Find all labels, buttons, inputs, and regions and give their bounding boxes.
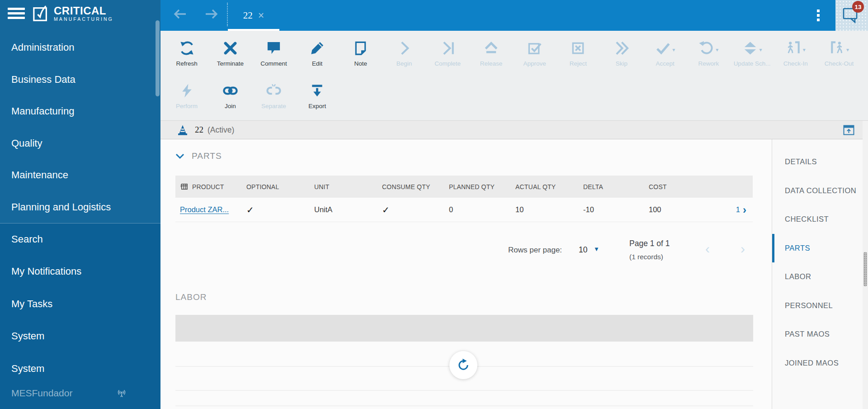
check-icon: ✓ [246, 205, 254, 215]
column-header-planned-qty[interactable]: PLANNED QTY [449, 183, 515, 190]
tab-joined-maos[interactable]: JOINED MAOS [772, 349, 863, 378]
tab-details[interactable]: DETAILS [772, 147, 863, 176]
forward-arrow-icon[interactable] [204, 9, 219, 20]
column-header-cost[interactable]: COST [649, 183, 721, 190]
parts-pagination: Rows per page: 10 ▼ Page 1 of 1 (1 recor… [175, 237, 753, 269]
row-detail-pager[interactable]: 1 › [721, 205, 753, 214]
tab-22[interactable]: 22 × [228, 0, 279, 31]
parts-section-header: PARTS [175, 151, 222, 161]
toolbar-button-separate[interactable]: ▾ Separate [252, 80, 295, 109]
check-out-icon [829, 40, 845, 56]
toolbar-button-update-schedule[interactable]: ▾ Update Sch... [730, 37, 774, 67]
column-header-unit[interactable]: UNIT [314, 183, 382, 190]
toolbar-button-export[interactable]: ▾ Export [296, 80, 339, 109]
sidebar-secondary-menu: SearchMy NotificationsMy TasksSystemSyst… [0, 223, 160, 385]
join-icon [222, 83, 238, 99]
toolbar-button-check-out[interactable]: ▾ Check-Out [817, 37, 861, 67]
sidebar-item-quality[interactable]: Quality [0, 128, 160, 160]
entity-status-bar: 22 (Active) [160, 121, 863, 139]
popout-icon[interactable] [843, 125, 854, 135]
kebab-menu-icon[interactable] [815, 10, 822, 22]
toolbar-button-begin[interactable]: ▾ Begin [382, 37, 426, 67]
chevron-down-icon[interactable]: ▼ [594, 246, 599, 252]
records-count: (1 records) [629, 253, 663, 261]
toolbar-button-complete[interactable]: ▾ Complete [426, 37, 469, 67]
complete-icon [440, 40, 456, 56]
sidebar-user-item[interactable]: MESFundador [0, 382, 160, 404]
accept-icon [655, 40, 671, 56]
toolbar-row-1: ▾ Refresh ▾ Terminate ▾ Comment ▾ Edit ▾… [165, 37, 861, 67]
toolbar-button-perform[interactable]: ▾ Perform [165, 80, 208, 109]
check-icon: ✓ [382, 205, 390, 215]
toolbar-button-release[interactable]: ▾ Release [469, 37, 513, 67]
parts-table: PRODUCT OPTIONAL UNIT CONSUME QTY PLANNE… [175, 176, 753, 222]
sidebar-item-system-1[interactable]: System [0, 320, 160, 353]
sidebar-item-business-data[interactable]: Business Data [0, 64, 160, 96]
sidebar-item-maintenance[interactable]: Maintenance [0, 159, 160, 191]
page-scrollbar-thumb[interactable] [863, 252, 867, 286]
sidebar-item-manufacturing[interactable]: Manufacturing [0, 95, 160, 128]
tab-past-maos[interactable]: PAST MAOS [772, 320, 863, 349]
page-scrollbar [863, 121, 868, 409]
sidebar-item-my-notifications[interactable]: My Notifications [0, 256, 160, 288]
table-row: Product ZAR... ✓ UnitA ✓ 0 10 -10 100 1 … [175, 198, 753, 222]
parts-table-header: PRODUCT OPTIONAL UNIT CONSUME QTY PLANNE… [175, 176, 753, 198]
skeleton-line [175, 405, 753, 406]
sidebar-scrollbar-thumb[interactable] [156, 20, 160, 96]
column-header-delta[interactable]: DELTA [583, 183, 649, 190]
chevron-down-icon[interactable] [175, 153, 184, 159]
perform-icon [179, 83, 195, 99]
previous-page-icon[interactable]: ‹ [705, 241, 710, 257]
begin-icon [396, 40, 412, 56]
tab-parts[interactable]: PARTS [772, 234, 863, 263]
sidebar-item-system-2[interactable]: System [0, 352, 160, 385]
refresh-icon [179, 40, 195, 56]
chevron-down-icon: ▾ [672, 47, 675, 53]
separate-icon [266, 83, 282, 99]
back-arrow-icon[interactable] [173, 9, 187, 20]
column-header-consume-qty[interactable]: CONSUME QTY [382, 183, 449, 190]
rows-per-page-select[interactable]: 10 [579, 245, 587, 255]
column-header-actual-qty[interactable]: ACTUAL QTY [515, 183, 583, 190]
close-icon[interactable]: × [258, 11, 264, 20]
column-header-product[interactable]: PRODUCT [175, 183, 246, 190]
tab-data-collection[interactable]: DATA COLLECTION [772, 176, 863, 205]
toolbar-button-skip[interactable]: ▾ Skip [600, 37, 643, 67]
reject-icon [570, 40, 586, 56]
sidebar-item-administration[interactable]: Administration [0, 32, 160, 64]
toolbar-button-rework[interactable]: ▾ Rework [687, 37, 730, 67]
sidebar-user-label: MESFundador [11, 388, 72, 399]
toolbar-button-check-in[interactable]: ▾ Check-In [774, 37, 817, 67]
actual-qty-value: 10 [515, 205, 583, 214]
product-link[interactable]: Product ZAR... [180, 205, 229, 214]
update-schedule-icon [742, 40, 758, 56]
column-header-optional[interactable]: OPTIONAL [246, 183, 314, 190]
toolbar-button-approve[interactable]: ▾ Approve [513, 37, 557, 67]
sidebar-item-my-tasks[interactable]: My Tasks [0, 288, 160, 320]
notifications-button[interactable]: 13 [835, 0, 868, 31]
next-page-icon[interactable]: › [741, 241, 745, 257]
tab-checklist[interactable]: CHECKLIST [772, 205, 863, 234]
export-icon [309, 83, 325, 99]
tab-labor[interactable]: LABOR [772, 262, 863, 291]
sidebar-item-search[interactable]: Search [0, 223, 160, 256]
loading-spinner [449, 351, 477, 379]
toolbar-button-reject[interactable]: ▾ Reject [557, 37, 600, 67]
edit-icon [309, 40, 325, 56]
broadcast-icon [117, 389, 127, 399]
rework-icon [698, 40, 714, 56]
toolbar-button-join[interactable]: ▾ Join [208, 80, 252, 109]
toolbar-button-accept[interactable]: ▾ Accept [643, 37, 687, 67]
note-icon [353, 40, 368, 56]
hamburger-menu-icon[interactable] [8, 8, 25, 21]
chevron-right-icon: › [743, 206, 746, 214]
tab-personnel[interactable]: PERSONNEL [772, 291, 863, 320]
sidebar-primary-menu: AdministrationBusiness DataManufacturing… [0, 32, 160, 223]
sidebar-item-planning-and-logistics[interactable]: Planning and Logistics [0, 191, 160, 224]
toolbar-button-note[interactable]: ▾ Note [339, 37, 382, 67]
toolbar-button-terminate[interactable]: ▾ Terminate [208, 37, 252, 67]
labor-section-title: LABOR [175, 292, 207, 302]
toolbar-button-comment[interactable]: ▾ Comment [252, 37, 295, 67]
toolbar-button-edit[interactable]: ▾ Edit [296, 37, 339, 67]
toolbar-button-refresh[interactable]: ▾ Refresh [165, 37, 208, 67]
